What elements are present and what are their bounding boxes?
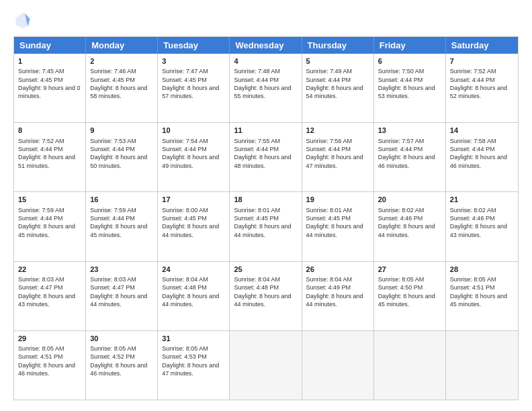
day-number: 25 (234, 265, 297, 274)
calendar: SundayMondayTuesdayWednesdayThursdayFrid… (13, 36, 519, 400)
day-number: 2 (90, 56, 153, 66)
sunrise-info: Sunrise: 7:52 AMSunset: 4:44 PMDaylight:… (18, 138, 75, 169)
day-cell-15: 15Sunrise: 7:59 AMSunset: 4:44 PMDayligh… (14, 192, 86, 261)
sunrise-info: Sunrise: 8:05 AMSunset: 4:51 PMDaylight:… (450, 276, 507, 308)
day-header-tuesday: Tuesday (158, 37, 230, 54)
day-number: 8 (18, 126, 81, 135)
sunrise-info: Sunrise: 8:00 AMSunset: 4:45 PMDaylight:… (162, 207, 219, 238)
day-number: 21 (450, 195, 514, 204)
day-cell-29: 29Sunrise: 8:05 AMSunset: 4:51 PMDayligh… (14, 331, 86, 400)
sunrise-info: Sunrise: 7:59 AMSunset: 4:44 PMDaylight:… (18, 207, 75, 238)
header (13, 11, 519, 30)
day-cell-19: 19Sunrise: 8:01 AMSunset: 4:45 PMDayligh… (302, 192, 374, 261)
day-cell-12: 12Sunrise: 7:56 AMSunset: 4:44 PMDayligh… (302, 123, 374, 191)
day-cell-26: 26Sunrise: 8:04 AMSunset: 4:49 PMDayligh… (302, 262, 374, 330)
sunrise-info: Sunrise: 7:47 AMSunset: 4:45 PMDaylight:… (162, 68, 219, 99)
day-number: 24 (162, 265, 225, 274)
day-cell-14: 14Sunrise: 7:58 AMSunset: 4:44 PMDayligh… (446, 123, 518, 191)
day-number: 23 (90, 265, 153, 274)
day-cell-16: 16Sunrise: 7:59 AMSunset: 4:44 PMDayligh… (86, 192, 158, 261)
sunrise-info: Sunrise: 7:52 AMSunset: 4:44 PMDaylight:… (450, 68, 507, 99)
logo-icon (13, 11, 32, 30)
day-cell-21: 21Sunrise: 8:02 AMSunset: 4:46 PMDayligh… (446, 192, 518, 261)
day-cell-10: 10Sunrise: 7:54 AMSunset: 4:44 PMDayligh… (158, 123, 230, 191)
day-cell-7: 7Sunrise: 7:52 AMSunset: 4:44 PMDaylight… (446, 54, 518, 122)
calendar-header: SundayMondayTuesdayWednesdayThursdayFrid… (14, 37, 518, 54)
day-number: 19 (306, 195, 369, 204)
sunrise-info: Sunrise: 8:02 AMSunset: 4:46 PMDaylight:… (450, 207, 507, 238)
day-number: 28 (450, 265, 514, 274)
day-number: 1 (18, 56, 81, 66)
day-cell-13: 13Sunrise: 7:57 AMSunset: 4:44 PMDayligh… (374, 123, 446, 191)
sunrise-info: Sunrise: 7:46 AMSunset: 4:45 PMDaylight:… (90, 68, 147, 99)
day-cell-8: 8Sunrise: 7:52 AMSunset: 4:44 PMDaylight… (14, 123, 86, 191)
sunrise-info: Sunrise: 8:04 AMSunset: 4:48 PMDaylight:… (162, 276, 219, 308)
sunrise-info: Sunrise: 7:56 AMSunset: 4:44 PMDaylight:… (306, 138, 363, 169)
day-number: 31 (162, 334, 225, 343)
sunrise-info: Sunrise: 8:05 AMSunset: 4:50 PMDaylight:… (378, 276, 435, 308)
day-cell-17: 17Sunrise: 8:00 AMSunset: 4:45 PMDayligh… (158, 192, 230, 261)
day-number: 18 (234, 195, 297, 204)
day-cell-28: 28Sunrise: 8:05 AMSunset: 4:51 PMDayligh… (446, 262, 518, 330)
day-cell-5: 5Sunrise: 7:49 AMSunset: 4:44 PMDaylight… (302, 54, 374, 122)
day-cell-6: 6Sunrise: 7:50 AMSunset: 4:44 PMDaylight… (374, 54, 446, 122)
calendar-row-2: 8Sunrise: 7:52 AMSunset: 4:44 PMDaylight… (14, 123, 518, 192)
sunrise-info: Sunrise: 7:50 AMSunset: 4:44 PMDaylight:… (378, 68, 435, 99)
day-header-friday: Friday (374, 37, 446, 54)
day-number: 22 (18, 265, 81, 274)
day-number: 4 (234, 56, 297, 66)
sunrise-info: Sunrise: 7:58 AMSunset: 4:44 PMDaylight:… (450, 138, 507, 169)
day-header-monday: Monday (86, 37, 158, 54)
calendar-row-1: 1Sunrise: 7:45 AMSunset: 4:45 PMDaylight… (14, 54, 518, 123)
sunrise-info: Sunrise: 8:02 AMSunset: 4:46 PMDaylight:… (378, 207, 435, 238)
sunrise-info: Sunrise: 7:57 AMSunset: 4:44 PMDaylight:… (378, 138, 435, 169)
day-cell-9: 9Sunrise: 7:53 AMSunset: 4:44 PMDaylight… (86, 123, 158, 191)
day-number: 5 (306, 56, 369, 66)
day-number: 3 (162, 56, 225, 66)
empty-cell (374, 331, 446, 400)
day-number: 29 (18, 334, 81, 343)
sunrise-info: Sunrise: 8:04 AMSunset: 4:48 PMDaylight:… (234, 276, 291, 308)
day-number: 6 (378, 56, 441, 66)
day-number: 26 (306, 265, 369, 274)
day-number: 27 (378, 265, 441, 274)
day-number: 30 (90, 334, 153, 343)
sunrise-info: Sunrise: 8:01 AMSunset: 4:45 PMDaylight:… (306, 207, 363, 238)
empty-cell (302, 331, 374, 400)
day-cell-4: 4Sunrise: 7:48 AMSunset: 4:44 PMDaylight… (230, 54, 302, 122)
sunrise-info: Sunrise: 7:48 AMSunset: 4:44 PMDaylight:… (234, 68, 291, 99)
empty-cell (446, 331, 518, 400)
empty-cell (230, 331, 302, 400)
day-number: 15 (18, 195, 81, 204)
sunrise-info: Sunrise: 8:04 AMSunset: 4:49 PMDaylight:… (306, 276, 363, 308)
logo (13, 11, 35, 30)
sunrise-info: Sunrise: 7:45 AMSunset: 4:45 PMDaylight:… (18, 68, 81, 99)
sunrise-info: Sunrise: 8:01 AMSunset: 4:45 PMDaylight:… (234, 207, 291, 238)
day-cell-27: 27Sunrise: 8:05 AMSunset: 4:50 PMDayligh… (374, 262, 446, 330)
sunrise-info: Sunrise: 7:53 AMSunset: 4:44 PMDaylight:… (90, 138, 147, 169)
day-cell-2: 2Sunrise: 7:46 AMSunset: 4:45 PMDaylight… (86, 54, 158, 122)
day-number: 9 (90, 126, 153, 135)
calendar-row-5: 29Sunrise: 8:05 AMSunset: 4:51 PMDayligh… (14, 331, 518, 400)
sunrise-info: Sunrise: 8:03 AMSunset: 4:47 PMDaylight:… (18, 276, 75, 308)
day-number: 16 (90, 195, 153, 204)
calendar-row-4: 22Sunrise: 8:03 AMSunset: 4:47 PMDayligh… (14, 262, 518, 331)
sunrise-info: Sunrise: 7:55 AMSunset: 4:44 PMDaylight:… (234, 138, 291, 169)
day-number: 13 (378, 126, 441, 135)
day-header-wednesday: Wednesday (230, 37, 302, 54)
sunrise-info: Sunrise: 8:03 AMSunset: 4:47 PMDaylight:… (90, 276, 147, 308)
day-number: 7 (450, 56, 514, 66)
page: SundayMondayTuesdayWednesdayThursdayFrid… (0, 0, 532, 411)
day-number: 20 (378, 195, 441, 204)
day-cell-11: 11Sunrise: 7:55 AMSunset: 4:44 PMDayligh… (230, 123, 302, 191)
day-cell-18: 18Sunrise: 8:01 AMSunset: 4:45 PMDayligh… (230, 192, 302, 261)
calendar-body: 1Sunrise: 7:45 AMSunset: 4:45 PMDaylight… (14, 54, 518, 400)
day-cell-31: 31Sunrise: 8:05 AMSunset: 4:53 PMDayligh… (158, 331, 230, 400)
day-number: 14 (450, 126, 514, 135)
day-cell-20: 20Sunrise: 8:02 AMSunset: 4:46 PMDayligh… (374, 192, 446, 261)
sunrise-info: Sunrise: 7:59 AMSunset: 4:44 PMDaylight:… (90, 207, 147, 238)
day-header-sunday: Sunday (14, 37, 86, 54)
day-number: 12 (306, 126, 369, 135)
day-cell-25: 25Sunrise: 8:04 AMSunset: 4:48 PMDayligh… (230, 262, 302, 330)
day-header-saturday: Saturday (446, 37, 518, 54)
